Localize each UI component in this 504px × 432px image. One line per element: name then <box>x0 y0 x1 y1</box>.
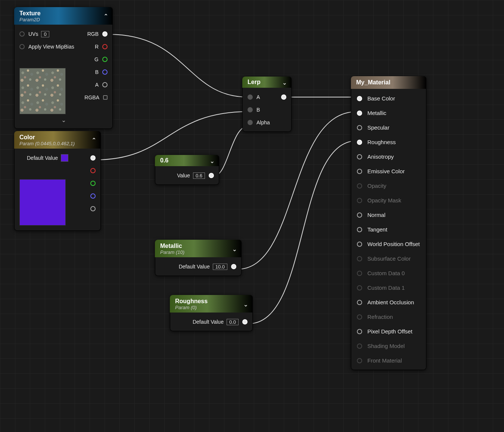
b-label: B <box>256 107 260 113</box>
metallic-node[interactable]: Metallic Param (10) ⌃ Default Value 10.0 <box>155 240 242 276</box>
input-pin[interactable] <box>357 329 362 334</box>
input-pin[interactable] <box>357 227 362 232</box>
material-pin-custom-data-1[interactable]: Custom Data 1 <box>351 280 426 295</box>
pin-label: Anisotropy <box>367 153 394 160</box>
input-pin[interactable] <box>357 96 362 101</box>
node-header[interactable]: My_Material <box>351 76 426 89</box>
g-output-pin[interactable] <box>90 181 96 186</box>
collapse-icon[interactable]: ⌃ <box>91 136 96 143</box>
collapse-icon[interactable]: ⌃ <box>210 157 215 164</box>
g-output-pin[interactable] <box>102 57 108 62</box>
value-output-pin[interactable] <box>242 319 248 324</box>
input-pin[interactable] <box>357 242 362 247</box>
texture-node[interactable]: Texture Param2D ⌃ UVs 0 RGB Apply View M… <box>14 7 113 129</box>
value-output-pin[interactable] <box>231 264 236 269</box>
node-header[interactable]: 0.6 ⌃ <box>155 155 219 166</box>
pin-label: Front Material <box>367 357 402 364</box>
value-label: Value <box>177 173 190 178</box>
rgba-output-pin[interactable] <box>103 95 108 100</box>
a-input-pin[interactable] <box>248 94 253 100</box>
input-pin[interactable] <box>357 140 362 145</box>
collapse-icon[interactable]: ⌃ <box>232 245 237 252</box>
input-pin[interactable] <box>357 169 362 174</box>
node-header[interactable]: Lerp ⌃ <box>242 77 292 88</box>
mipbias-input-pin[interactable] <box>19 44 25 49</box>
material-pin-metallic[interactable]: Metallic <box>351 106 426 120</box>
material-pin-shading-model[interactable]: Shading Model <box>351 339 426 353</box>
input-pin[interactable] <box>357 271 362 276</box>
material-pin-emissive-color[interactable]: Emissive Color <box>351 164 426 178</box>
material-pin-ambient-occlusion[interactable]: Ambient Occlusion <box>351 295 426 310</box>
material-output-node[interactable]: My_Material Base ColorMetallicSpecularRo… <box>351 76 426 370</box>
node-header[interactable]: Texture Param2D ⌃ <box>14 7 113 25</box>
node-title: Lerp <box>248 79 286 86</box>
expand-icon[interactable]: ⌄ <box>14 116 113 126</box>
collapse-icon[interactable]: ⌃ <box>103 12 108 19</box>
roughness-node[interactable]: Roughness Param (0) ⌃ Default Value 0.0 <box>170 295 253 331</box>
b-output-pin[interactable] <box>90 193 96 199</box>
pin-label: Tangent <box>367 226 387 233</box>
color-output-pin[interactable] <box>90 155 96 161</box>
input-pin[interactable] <box>357 125 362 130</box>
input-pin[interactable] <box>357 358 362 363</box>
a-label: A <box>256 94 260 100</box>
r-output-pin[interactable] <box>102 44 108 49</box>
input-pin[interactable] <box>357 256 362 261</box>
material-pin-refraction[interactable]: Refraction <box>351 310 426 324</box>
material-pin-anisotropy[interactable]: Anisotropy <box>351 149 426 164</box>
input-pin[interactable] <box>357 314 362 320</box>
input-pin[interactable] <box>357 198 362 203</box>
r-output-pin[interactable] <box>90 168 96 173</box>
alpha-input-pin[interactable] <box>248 120 253 125</box>
input-pin[interactable] <box>357 111 362 116</box>
value-input[interactable]: 0.6 <box>193 173 205 179</box>
uvs-value[interactable]: 0 <box>41 31 49 37</box>
a-output-pin[interactable] <box>90 206 96 211</box>
input-pin[interactable] <box>357 154 362 159</box>
node-header[interactable]: Metallic Param (10) ⌃ <box>155 240 242 257</box>
pin-label: Specular <box>367 124 389 131</box>
material-pin-tangent[interactable]: Tangent <box>351 222 426 237</box>
material-pin-specular[interactable]: Specular <box>351 120 426 135</box>
material-pin-custom-data-0[interactable]: Custom Data 0 <box>351 266 426 280</box>
material-pin-world-position-offset[interactable]: World Position Offset <box>351 237 426 251</box>
collapse-icon[interactable]: ⌃ <box>282 79 287 86</box>
material-pin-opacity[interactable]: Opacity <box>351 178 426 193</box>
node-header[interactable]: Color Param (0.0445,0,0.462,1) ⌃ <box>14 131 101 149</box>
node-title: Color <box>19 134 96 141</box>
color-node[interactable]: Color Param (0.0445,0,0.462,1) ⌃ Default… <box>14 131 101 231</box>
value-input[interactable]: 10.0 <box>213 264 227 270</box>
material-pin-pixel-depth-offset[interactable]: Pixel Depth Offset <box>351 324 426 339</box>
b-input-pin[interactable] <box>248 107 253 112</box>
pin-label: Base Color <box>367 95 395 102</box>
value-input[interactable]: 0.0 <box>227 319 239 325</box>
input-pin[interactable] <box>357 183 362 189</box>
lerp-node[interactable]: Lerp ⌃ A B Alpha <box>242 77 292 132</box>
default-value-label: Default Value <box>193 319 224 325</box>
collapse-icon[interactable]: ⌃ <box>243 300 248 307</box>
input-pin[interactable] <box>357 212 362 218</box>
rgba-label: RGBA <box>84 94 99 100</box>
b-output-pin[interactable] <box>102 69 108 75</box>
value-output-pin[interactable] <box>209 173 214 178</box>
scalar-node[interactable]: 0.6 ⌃ Value 0.6 <box>155 155 219 185</box>
a-output-pin[interactable] <box>102 82 108 87</box>
node-header[interactable]: Roughness Param (0) ⌃ <box>170 295 253 313</box>
material-pin-opacity-mask[interactable]: Opacity Mask <box>351 193 426 208</box>
rgb-output-pin[interactable] <box>102 31 108 37</box>
input-pin[interactable] <box>357 344 362 349</box>
material-pin-roughness[interactable]: Roughness <box>351 135 426 149</box>
color-swatch[interactable] <box>61 154 68 162</box>
uvs-input-pin[interactable] <box>19 31 25 37</box>
lerp-output-pin[interactable] <box>281 94 286 100</box>
input-pin[interactable] <box>357 285 362 290</box>
default-value-label: Default Value <box>27 155 58 161</box>
material-pin-subsurface-color[interactable]: Subsurface Color <box>351 251 426 266</box>
pin-label: Pixel Depth Offset <box>367 328 413 335</box>
material-pin-base-color[interactable]: Base Color <box>351 91 426 106</box>
uvs-label: UVs <box>28 31 38 37</box>
input-pin[interactable] <box>357 300 362 305</box>
node-subtitle: Param (10) <box>160 249 236 255</box>
material-pin-front-material[interactable]: Front Material <box>351 353 426 368</box>
material-pin-normal[interactable]: Normal <box>351 208 426 222</box>
